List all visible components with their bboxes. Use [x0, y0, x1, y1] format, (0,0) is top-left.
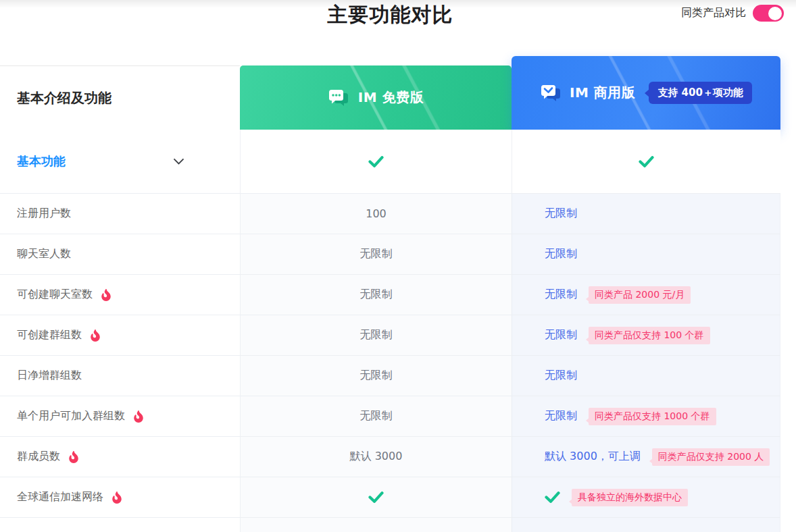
left-header-cell: 基本介绍及功能 — [0, 65, 240, 130]
check-icon — [368, 156, 384, 167]
free-value: 默认 3000 — [350, 450, 403, 464]
feature-row: 群成员数默认 3000默认 3000，可上调同类产品仅支持 2000 人 — [0, 437, 780, 477]
feature-label-cell: 单个用户可加入群组数 — [0, 396, 240, 436]
paid-value-cell: 无限制同类产品仅支持 1000 个群 — [512, 396, 780, 436]
feature-label: 全球通信加速网络 — [17, 490, 103, 504]
free-value-cell: 无限制 — [240, 315, 512, 355]
free-value: 无限制 — [360, 288, 393, 302]
comparison-table: 基本介绍及功能 IM 免费版 — [0, 65, 780, 532]
competitor-note-badge: 具备独立的海外数据中心 — [572, 489, 688, 506]
paid-plan-feature-badge: 支持 400＋项功能 — [649, 82, 752, 104]
paid-value-cell: 无限制同类产品仅支持 100 个群 — [512, 315, 780, 355]
free-plan-chat-bubble-icon — [328, 88, 349, 108]
paid-value-cell: 无限制 — [512, 356, 780, 396]
paid-value: 默认 3000，可上调 — [545, 450, 641, 464]
free-value-cell: 无限制 — [240, 356, 512, 396]
feature-row: 全球通信加速网络具备独立的海外数据中心 — [0, 477, 780, 518]
check-icon — [545, 491, 560, 503]
chevron-down-icon[interactable] — [173, 158, 184, 165]
feature-row: 注册用户数100无限制 — [0, 194, 780, 234]
table-tail-row — [0, 518, 780, 532]
free-value: 100 — [366, 207, 387, 220]
check-icon — [639, 156, 654, 167]
free-value-cell — [240, 477, 512, 517]
hot-flame-icon — [112, 491, 122, 504]
paid-value-cell: 无限制 — [512, 234, 780, 274]
hot-flame-icon — [101, 289, 111, 301]
feature-label: 群成员数 — [17, 450, 60, 464]
comparison-page: 主要功能对比 同类产品对比 基本介绍及功能 — [0, 0, 796, 532]
compare-toggle-switch[interactable] — [753, 5, 784, 22]
category-row: 基本功能 — [0, 130, 780, 194]
toggle-knob — [768, 7, 782, 20]
tail-free-cell — [240, 518, 512, 532]
page-title: 主要功能对比 — [0, 1, 780, 29]
check-icon — [368, 491, 384, 503]
feature-label-cell: 可创建聊天室数 — [0, 275, 240, 315]
paid-value: 无限制 — [545, 247, 577, 261]
compare-toggle-label: 同类产品对比 — [681, 6, 746, 20]
feature-row: 单个用户可加入群组数无限制无限制同类产品仅支持 1000 个群 — [0, 396, 780, 437]
free-value-cell: 无限制 — [240, 234, 512, 274]
hot-flame-icon — [69, 451, 78, 463]
feature-label: 可创建群组数 — [17, 328, 82, 342]
free-value-cell: 100 — [240, 194, 512, 234]
free-plan-name: IM 免费版 — [358, 88, 424, 107]
free-value: 无限制 — [360, 328, 393, 342]
feature-row: 可创建聊天室数无限制无限制同类产品 2000 元/月 — [0, 275, 780, 315]
compare-toggle-group: 同类产品对比 — [681, 5, 784, 22]
paid-plan-chat-bubble-icon — [540, 83, 562, 103]
category-free-cell — [240, 130, 512, 193]
paid-value: 无限制 — [545, 207, 577, 221]
paid-value: 无限制 — [545, 328, 577, 342]
feature-label-cell: 群成员数 — [0, 437, 240, 477]
paid-value: 无限制 — [545, 288, 577, 302]
paid-plan-header-surface: IM 商用版 支持 400＋项功能 — [512, 56, 780, 130]
hot-flame-icon — [134, 410, 143, 423]
free-value-cell: 无限制 — [240, 396, 512, 436]
paid-plan-name: IM 商用版 — [570, 84, 635, 102]
competitor-note-badge: 同类产品仅支持 100 个群 — [589, 327, 710, 344]
left-header-title: 基本介绍及功能 — [17, 89, 111, 107]
feature-label-cell: 全球通信加速网络 — [0, 477, 240, 517]
free-value: 无限制 — [360, 409, 393, 423]
feature-label: 注册用户数 — [17, 207, 71, 221]
free-value: 无限制 — [360, 247, 393, 261]
feature-label: 可创建聊天室数 — [17, 288, 93, 302]
free-value: 无限制 — [360, 369, 393, 383]
feature-label-cell: 日净增群组数 — [0, 356, 240, 396]
category-label: 基本功能 — [17, 153, 66, 169]
free-value-cell: 默认 3000 — [240, 437, 512, 477]
feature-label: 单个用户可加入群组数 — [17, 409, 125, 423]
paid-plan-header: IM 商用版 支持 400＋项功能 — [512, 65, 780, 130]
paid-value: 无限制 — [545, 369, 577, 383]
paid-value-cell: 无限制 — [512, 194, 780, 234]
tail-paid-cell — [512, 518, 780, 532]
paid-value-cell: 具备独立的海外数据中心 — [512, 477, 780, 517]
feature-rows: 注册用户数100无限制聊天室人数无限制无限制可创建聊天室数无限制无限制同类产品 … — [0, 194, 780, 518]
paid-value-cell: 默认 3000，可上调同类产品仅支持 2000 人 — [512, 437, 780, 477]
feature-row: 日净增群组数无限制无限制 — [0, 356, 780, 396]
feature-label: 日净增群组数 — [17, 369, 82, 383]
free-value-cell: 无限制 — [240, 275, 512, 315]
paid-value-cell: 无限制同类产品 2000 元/月 — [512, 275, 780, 315]
competitor-note-badge: 同类产品 2000 元/月 — [589, 286, 691, 304]
free-plan-header: IM 免费版 — [240, 65, 512, 130]
competitor-note-badge: 同类产品仅支持 1000 个群 — [589, 408, 716, 425]
category-cell[interactable]: 基本功能 — [0, 130, 240, 193]
competitor-note-badge: 同类产品仅支持 2000 人 — [652, 448, 770, 466]
paid-value: 无限制 — [545, 409, 577, 423]
table-header-row: 基本介绍及功能 IM 免费版 — [0, 65, 780, 130]
hot-flame-icon — [91, 329, 100, 342]
feature-label: 聊天室人数 — [17, 247, 71, 261]
feature-row: 可创建群组数无限制无限制同类产品仅支持 100 个群 — [0, 315, 780, 356]
tail-left-cell — [0, 518, 240, 532]
feature-label-cell: 聊天室人数 — [0, 234, 240, 274]
feature-label-cell: 可创建群组数 — [0, 315, 240, 355]
feature-label-cell: 注册用户数 — [0, 194, 240, 234]
feature-row: 聊天室人数无限制无限制 — [0, 234, 780, 275]
category-paid-cell — [512, 130, 780, 193]
